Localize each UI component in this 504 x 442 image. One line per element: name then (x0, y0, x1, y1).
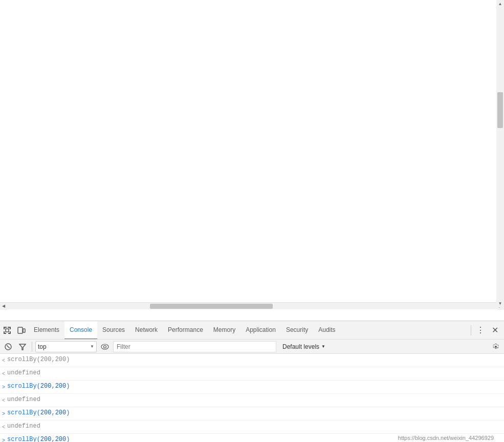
call-arrow: > (2, 383, 5, 392)
devtools-toolbar: top ▼ Default levels ▼ (0, 340, 504, 354)
console-text: scrollBy(200,200) (7, 382, 70, 391)
separator (471, 325, 471, 335)
console-filter-input[interactable] (113, 341, 276, 352)
toolbar-divider (32, 342, 32, 352)
context-select-value: top (38, 343, 88, 350)
console-text: undefined (7, 395, 40, 404)
console-settings-button[interactable] (490, 341, 502, 353)
v-scroll-track (496, 8, 504, 300)
close-devtools-button[interactable]: ✕ (488, 323, 502, 338)
scroll-down-button[interactable]: ▼ (496, 300, 504, 307)
console-text: scrollBy(200,200) (7, 435, 70, 442)
devtools-tabs-bar: Elements Console Sources Network Perform… (0, 321, 504, 340)
context-selector[interactable]: top ▼ (35, 341, 97, 352)
clear-console-button[interactable] (2, 341, 14, 353)
default-levels-dropdown[interactable]: Default levels ▼ (278, 341, 330, 352)
tab-audits[interactable]: Audits (313, 321, 340, 340)
return-arrow: < (2, 423, 5, 432)
tab-application[interactable]: Application (240, 321, 281, 340)
console-line: < scrollBy(200,200) (0, 354, 504, 367)
devtools-actions: ⋮ ✕ (469, 323, 502, 338)
console-text: undefined (7, 368, 40, 377)
svg-rect-0 (6, 329, 9, 332)
return-arrow: < (2, 396, 5, 406)
devtools-panel: Elements Console Sources Network Perform… (0, 321, 504, 442)
return-arrow: < (2, 370, 5, 379)
browser-content-area (0, 0, 504, 302)
console-line: < undefined (0, 367, 504, 381)
console-text: undefined (7, 422, 40, 431)
console-line: > scrollBy(200,200) (0, 407, 504, 420)
call-arrow: > (2, 436, 5, 442)
v-scroll-thumb[interactable] (497, 92, 503, 128)
console-text: scrollBy(200,200) (7, 355, 70, 364)
device-toolbar-icon[interactable] (14, 321, 29, 340)
h-scroll-thumb[interactable] (150, 304, 273, 309)
scroll-left-button[interactable]: ◀ (0, 303, 7, 310)
svg-point-6 (101, 344, 108, 349)
svg-rect-1 (18, 327, 23, 333)
console-text: scrollBy(200,200) (7, 408, 70, 417)
tab-console[interactable]: Console (64, 321, 97, 340)
console-output: < scrollBy(200,200) < undefined > scroll… (0, 354, 504, 442)
context-select-arrow: ▼ (90, 344, 94, 349)
h-scroll-track (14, 304, 490, 309)
tab-memory[interactable]: Memory (208, 321, 240, 340)
tab-elements[interactable]: Elements (29, 321, 64, 340)
scroll-up-button[interactable]: ▲ (496, 0, 504, 8)
vertical-scrollbar-browser[interactable]: ▲ ▼ (496, 0, 504, 307)
console-line: > scrollBy(200,200) (0, 381, 504, 394)
svg-rect-2 (23, 329, 25, 332)
horizontal-scrollbar[interactable]: ◀ ▶ (0, 302, 504, 309)
console-line: < undefined (0, 420, 504, 434)
tab-security[interactable]: Security (281, 321, 313, 340)
tab-network[interactable]: Network (130, 321, 163, 340)
live-expressions-button[interactable] (99, 341, 111, 353)
status-bar-url: https://blog.csdn.net/weixin_44296929 (398, 435, 494, 441)
inspect-element-icon[interactable] (0, 321, 14, 340)
tab-sources[interactable]: Sources (97, 321, 130, 340)
filter-toggle-button[interactable] (16, 341, 29, 353)
svg-line-4 (7, 345, 10, 348)
return-arrow: < (2, 356, 5, 366)
more-options-button[interactable]: ⋮ (473, 323, 488, 338)
console-line: < undefined (0, 394, 504, 407)
svg-point-7 (104, 345, 106, 348)
svg-marker-5 (19, 344, 26, 350)
tab-performance[interactable]: Performance (163, 321, 208, 340)
call-arrow: > (2, 410, 5, 419)
